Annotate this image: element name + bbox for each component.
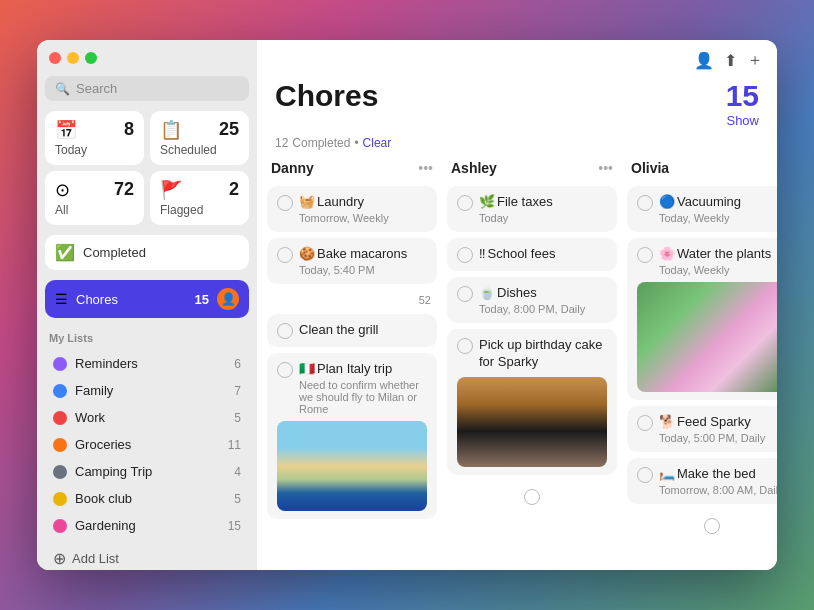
task-macarons[interactable]: 🍪Bake macarons Today, 5:40 PM [267,238,437,284]
main-subtitle: 12 Completed • Clear [257,136,777,160]
task-count-block: 15 Show [726,79,759,128]
ashley-col-menu[interactable]: ••• [598,160,613,176]
ashley-col-name: Ashley [451,160,497,176]
gardening-count: 15 [228,519,241,533]
sidebar-item-camping[interactable]: Camping Trip 4 [45,458,249,485]
smart-list-all[interactable]: ⊙ 72 All [45,171,144,225]
flagged-label: Flagged [160,203,239,217]
task-water-plants[interactable]: 🌸Water the plants Today, Weekly [627,238,777,400]
chores-avatar: 👤 [217,288,239,310]
task-sub: Need to confirm whether we should fly to… [299,379,427,415]
sidebar-item-reminders[interactable]: Reminders 6 [45,350,249,377]
task-school-fees[interactable]: ‼️School fees [447,238,617,271]
all-label: All [55,203,134,217]
task-circle[interactable] [637,415,653,431]
task-file-taxes[interactable]: 🌿File taxes Today [447,186,617,232]
camping-name: Camping Trip [75,464,226,479]
olivia-col-name: Olivia [631,160,669,176]
task-circle[interactable] [457,286,473,302]
task-sub: Today, 5:40 PM [299,264,407,276]
close-button[interactable] [49,52,61,64]
flagged-count: 2 [229,179,239,200]
maximize-button[interactable] [85,52,97,64]
plus-icon[interactable]: ＋ [747,50,763,71]
all-icon: ⊙ [55,179,70,201]
sidebar-item-family[interactable]: Family 7 [45,377,249,404]
today-label: Today [55,143,134,157]
task-circle[interactable] [277,362,293,378]
smart-list-today[interactable]: 📅 8 Today [45,111,144,165]
task-laundry[interactable]: 🧺Laundry Tomorrow, Weekly [267,186,437,232]
person-icon[interactable]: 👤 [694,51,714,70]
traffic-lights [45,52,249,64]
task-title: 🍵Dishes [479,285,585,302]
danny-col-menu[interactable]: ••• [418,160,433,176]
today-count: 8 [124,119,134,140]
task-title: 🐕Feed Sparky [659,414,765,431]
sidebar-item-bookclub[interactable]: Book club 5 [45,485,249,512]
task-feed-sparky[interactable]: 🐕Feed Sparky Today, 5:00 PM, Daily [627,406,777,452]
sidebar: 🔍 Search 📅 8 Today 📋 25 Scheduled ⊙ [37,40,257,570]
search-input[interactable]: Search [76,81,117,96]
column-header-danny: Danny ••• [267,160,437,180]
task-circle[interactable] [637,247,653,263]
toolbar: 👤 ⬆ ＋ [257,40,777,75]
italy-image [277,421,427,511]
badge-count: 52 [419,294,433,306]
task-circle[interactable] [457,247,473,263]
column-olivia: Olivia ••• 🔵Vacuuming Today, Weekly [627,160,777,560]
search-bar[interactable]: 🔍 Search [45,76,249,101]
task-vacuuming[interactable]: 🔵Vacuuming Today, Weekly [627,186,777,232]
task-circle[interactable] [457,195,473,211]
empty-task-circle [524,489,540,505]
sidebar-item-work[interactable]: Work 5 [45,404,249,431]
dog-image [457,377,607,467]
columns-container: Danny ••• 🧺Laundry Tomorrow, Weekly [257,160,777,570]
sidebar-item-completed[interactable]: ✅ Completed [45,235,249,270]
main-content: 👤 ⬆ ＋ Chores 15 Show 12 Completed • Clea… [257,40,777,570]
task-circle[interactable] [277,323,293,339]
add-list-label: Add List [72,551,119,566]
camping-count: 4 [234,465,241,479]
task-count: 15 [726,79,759,112]
clear-button[interactable]: Clear [363,136,392,150]
task-circle[interactable] [457,338,473,354]
task-circle[interactable] [637,195,653,211]
share-icon[interactable]: ⬆ [724,51,737,70]
reminders-name: Reminders [75,356,226,371]
task-circle[interactable] [637,467,653,483]
sidebar-item-groceries[interactable]: Groceries 11 [45,431,249,458]
show-button[interactable]: Show [726,113,759,128]
chores-count: 15 [195,292,209,307]
completed-icon: ✅ [55,243,75,262]
smart-list-scheduled[interactable]: 📋 25 Scheduled [150,111,249,165]
main-header: Chores 15 Show [257,75,777,136]
scheduled-icon: 📋 [160,119,182,141]
completed-label: Completed [83,245,239,260]
task-circle[interactable] [277,195,293,211]
smart-lists: 📅 8 Today 📋 25 Scheduled ⊙ 72 All [45,111,249,225]
sidebar-item-gardening[interactable]: Gardening 15 [45,512,249,539]
column-ashley: Ashley ••• 🌿File taxes Today [447,160,617,560]
add-list-button[interactable]: ⊕ Add List [45,543,249,570]
task-clean-grill[interactable]: Clean the grill [267,314,437,347]
task-sub: Today, Weekly [659,264,771,276]
sidebar-item-chores[interactable]: ☰ Chores 15 👤 [45,280,249,318]
family-dot [53,384,67,398]
task-dishes[interactable]: 🍵Dishes Today, 8:00 PM, Daily [447,277,617,323]
task-title: Pick up birthday cake for Sparky [479,337,607,371]
task-birthday-cake[interactable]: Pick up birthday cake for Sparky [447,329,617,475]
reminders-count: 6 [234,357,241,371]
task-title: 🔵Vacuuming [659,194,741,211]
completed-text: Completed [292,136,350,150]
task-sub: Tomorrow, 8:00 AM, Daily [659,484,777,496]
task-title: 🍪Bake macarons [299,246,407,263]
minimize-button[interactable] [67,52,79,64]
task-circle[interactable] [277,247,293,263]
task-title: ‼️School fees [479,246,555,263]
smart-list-flagged[interactable]: 🚩 2 Flagged [150,171,249,225]
task-italy[interactable]: 🇮🇹Plan Italy trip Need to confirm whethe… [267,353,437,519]
task-make-bed[interactable]: 🛏️Make the bed Tomorrow, 8:00 AM, Daily [627,458,777,504]
gardening-dot [53,519,67,533]
flower-image [637,282,777,392]
